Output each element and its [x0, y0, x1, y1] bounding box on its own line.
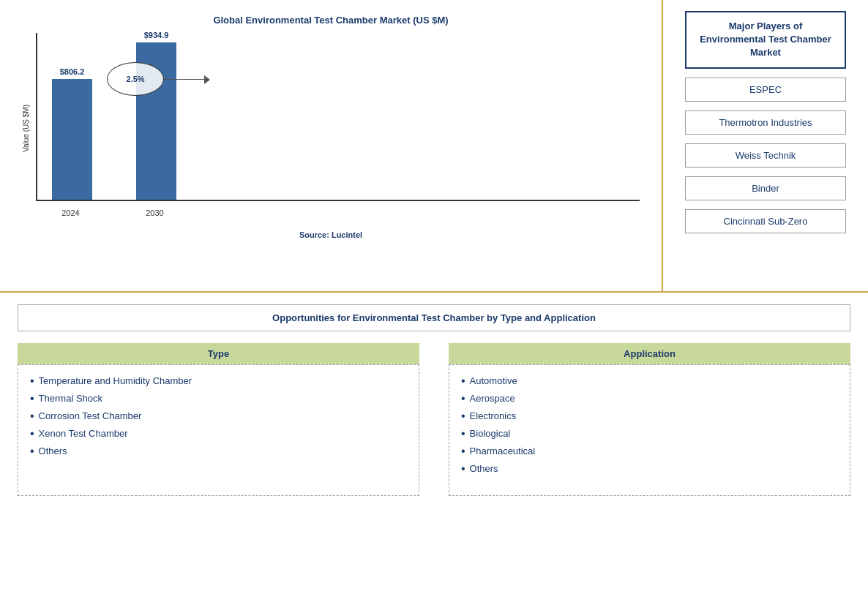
app-item-6: • Others [461, 463, 838, 475]
top-section: Global Environmental Test Chamber Market… [0, 0, 868, 293]
bullet-3: • [30, 410, 34, 422]
app-item-label-6: Others [470, 463, 498, 474]
type-item-label-1: Temperature and Humidity Chamber [39, 375, 192, 386]
bullet-5: • [30, 446, 34, 457]
app-item-2: • Aerospace [461, 393, 838, 405]
bar-label-2030: 2030 [135, 208, 175, 217]
app-item-1: • Automotive [461, 375, 838, 387]
x-axis-labels: 2024 2030 [36, 204, 640, 217]
bars-container: $806.2 $934.9 2.5% [36, 33, 640, 223]
bottom-section: Opportunities for Environmental Test Cha… [0, 293, 868, 594]
application-list-box: • Automotive • Aerospace • Electronics •… [449, 364, 850, 496]
cagr-arrowhead [204, 75, 210, 84]
type-item-3: • Corrosion Test Chamber [30, 410, 407, 422]
app-bullet-2: • [461, 393, 465, 405]
bar-group-2024: $806.2 [52, 67, 92, 200]
app-item-label-2: Aerospace [470, 393, 515, 404]
type-header: Type [18, 343, 419, 364]
players-title: Major Players of Environmental Test Cham… [685, 11, 846, 69]
application-column: Application • Automotive • Aerospace • E… [449, 343, 850, 496]
type-item-label-3: Corrosion Test Chamber [39, 410, 142, 421]
bar-label-2024: 2024 [50, 208, 91, 217]
type-item-5: • Others [30, 446, 407, 457]
type-item-label-2: Thermal Shock [39, 393, 102, 404]
cagr-ellipse: 2.5% [107, 62, 164, 96]
type-item-label-5: Others [39, 446, 67, 456]
bar-value-2030: $934.9 [144, 31, 169, 40]
type-item-4: • Xenon Test Chamber [30, 428, 407, 440]
bars-row: $806.2 $934.9 2.5% [36, 33, 640, 201]
type-list-box: • Temperature and Humidity Chamber • The… [18, 364, 419, 496]
type-item-1: • Temperature and Humidity Chamber [30, 375, 407, 387]
app-item-3: • Electronics [461, 410, 838, 422]
bullet-2: • [30, 393, 34, 405]
app-item-label-3: Electronics [470, 410, 517, 421]
app-item-label-4: Biological [470, 428, 511, 439]
chart-title: Global Environmental Test Chamber Market… [22, 15, 640, 26]
opportunities-title: Opportunities for Environmental Test Cha… [18, 304, 850, 331]
bullet-4: • [30, 428, 34, 440]
app-bullet-1: • [461, 375, 465, 387]
app-item-label-1: Automotive [470, 375, 517, 386]
player-thermotron: Thermotron Industries [685, 110, 846, 135]
player-weiss: Weiss Technik [685, 143, 846, 168]
bar-group-2030: $934.9 [136, 31, 176, 200]
app-item-4: • Biological [461, 428, 838, 440]
cagr-label: 2.5% [126, 75, 144, 83]
bar-value-2024: $806.2 [60, 67, 85, 76]
cagr-arrow-line [164, 79, 208, 80]
source-label: Source: Lucintel [22, 230, 640, 239]
player-espec: ESPEC [685, 78, 846, 102]
app-bullet-6: • [461, 463, 465, 475]
type-item-2: • Thermal Shock [30, 393, 407, 405]
app-item-label-5: Pharmaceutical [470, 446, 536, 456]
app-item-5: • Pharmaceutical [461, 446, 838, 457]
player-binder: Binder [685, 176, 846, 200]
app-bullet-3: • [461, 410, 465, 422]
player-cincinnati: Cincinnati Sub-Zero [685, 209, 846, 233]
application-header: Application [449, 343, 850, 364]
app-bullet-5: • [461, 446, 465, 457]
chart-section: Global Environmental Test Chamber Market… [0, 0, 663, 291]
bullet-1: • [30, 375, 34, 387]
chart-area: Value (US $M) $806.2 $934.9 2.5 [22, 33, 640, 223]
type-column: Type • Temperature and Humidity Chamber … [18, 343, 419, 496]
app-bullet-4: • [461, 428, 465, 440]
type-item-label-4: Xenon Test Chamber [39, 428, 128, 439]
bar-2024 [52, 79, 92, 200]
players-section: Major Players of Environmental Test Cham… [663, 0, 868, 291]
opportunities-grid: Type • Temperature and Humidity Chamber … [18, 343, 850, 496]
y-axis-label: Value (US $M) [22, 105, 30, 152]
